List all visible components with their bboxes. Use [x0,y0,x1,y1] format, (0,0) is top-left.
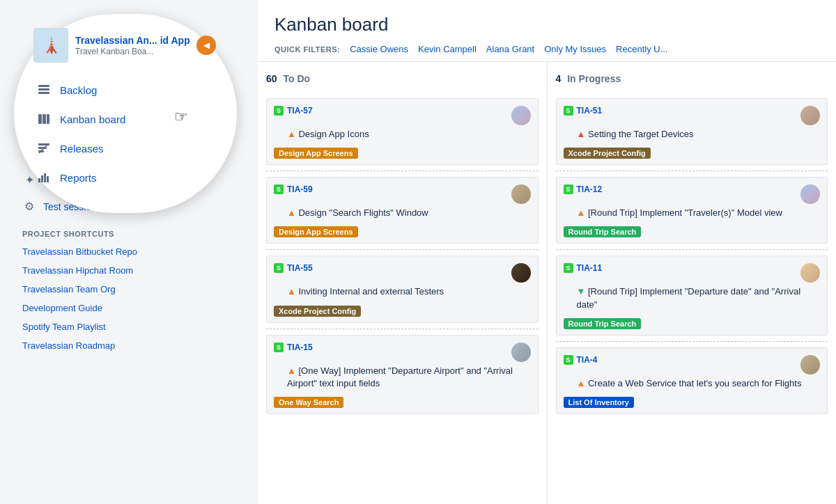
card-header: S TIA-11 [564,263,821,283]
reports-icon [36,170,52,185]
filter-kevin[interactable]: Kevin Campell [418,44,477,54]
issue-avatar [511,184,531,204]
issue-type-icon: S [274,106,284,116]
issue-title: ▲ Design App Icons [287,128,531,141]
issue-card-tia59[interactable]: S TIA-59 ▲ Design "Search Flights" Windo… [266,177,539,244]
issue-avatar [800,184,820,204]
priority-icon: ▲ [577,378,588,388]
issue-avatar [800,106,820,125]
issue-title: ▲ Setting the Target Devices [577,128,821,141]
issue-type-icon: S [564,106,573,116]
kanban-icon [36,111,52,127]
issue-type-icon: S [274,342,284,352]
issue-id-row: S TIA-51 [564,106,603,116]
svg-rect-10 [38,178,40,182]
project-subtitle: Travel Kanban Boa... [75,47,193,56]
issue-label: Xcode Project Config [564,148,651,159]
filter-cassie[interactable]: Cassie Owens [350,44,408,54]
issue-title: ▼ [Round Trip] Implement "Departure date… [577,285,821,310]
card-header: S TIA-57 [274,106,531,125]
nav-label-kanban: Kanban board [60,113,125,125]
board-columns: 60 To Do S TIA-57 ▲ Design App Icons Des… [258,62,836,504]
sidebar: 🗼 Travelassian An... id App Travel Kanba… [0,0,258,504]
issue-id: TIA-59 [287,184,313,194]
issue-id: TIA-11 [577,263,603,273]
priority-icon: ▲ [287,365,298,376]
issue-id: TIA-55 [287,263,313,273]
issue-type-icon: S [564,184,573,194]
issue-avatar [800,355,820,375]
issue-card-tia57[interactable]: S TIA-57 ▲ Design App Icons Design App S… [266,98,539,165]
issue-card-tia15[interactable]: S TIA-15 ▲ [One Way] Implement "Departur… [266,335,539,414]
shortcut-bitbucket[interactable]: Travelassian Bitbucket Repo [14,242,244,261]
nav-label-releases: Releases [60,143,104,155]
nav-item-backlog[interactable]: Backlog [28,75,216,104]
releases-icon [36,141,52,156]
issue-label: Xcode Project Config [274,306,361,317]
issue-card-tia12[interactable]: S TIA-12 ▲ [Round Trip] Implement "Trave… [556,177,828,244]
issue-title: ▲ Create a Web Service that let's you se… [577,377,821,390]
issue-id-row: S TIA-11 [564,263,603,273]
backlog-icon [36,82,52,97]
issue-title: ▲ Design "Search Flights" Window [287,207,531,219]
quick-filters-label: QUICK FILTERS: [274,45,340,54]
project-logo: 🗼 [33,28,68,63]
svg-rect-5 [47,114,49,124]
quick-filters: QUICK FILTERS: Cassie Owens Kevin Campel… [274,44,819,54]
issue-type-icon: S [564,355,573,365]
issue-label: Round Trip Search [564,226,642,237]
shortcut-spotify[interactable]: Spotify Team Playlist [14,317,244,336]
board-header: Kanban board QUICK FILTERS: Cassie Owens… [258,0,836,62]
shortcut-hipchat[interactable]: Travelassian Hipchat Room [14,261,244,280]
issue-type-icon: S [564,263,573,273]
priority-icon: ▼ [577,286,588,297]
issue-title: ▲ Inviting Internal and external Testers [287,285,531,298]
issue-id: TIA-12 [577,184,603,194]
column-inprogress: 4 In Progress S TIA-51 ▲ Setting the Tar… [548,62,837,504]
issue-card-tia55[interactable]: S TIA-55 ▲ Inviting Internal and externa… [266,255,539,322]
issue-card-tia51[interactable]: S TIA-51 ▲ Setting the Target Devices Xc… [556,98,828,165]
issue-card-tia11[interactable]: S TIA-11 ▼ [Round Trip] Implement "Depar… [556,255,828,335]
priority-icon: ▲ [287,286,298,297]
shortcut-dev-guide[interactable]: Development Guide [14,299,244,317]
issue-id-row: S TIA-55 [274,263,313,273]
issue-avatar [511,342,531,362]
project-name: Travelassian An... id App [75,34,193,47]
svg-rect-3 [38,114,42,124]
svg-rect-11 [41,175,43,182]
filter-only-my-issues[interactable]: Only My Issues [544,44,606,54]
issue-title: ▲ [One Way] Implement "Departure Airport… [287,365,531,390]
issue-label: Design App Screens [274,226,358,237]
svg-rect-0 [38,85,49,87]
shortcut-roadmap[interactable]: Travelassian Roadmap [14,336,244,355]
issue-id: TIA-15 [287,342,313,352]
dropdown-nav: Backlog Kanban board [28,75,216,192]
issue-id: TIA-4 [577,355,598,365]
nav-item-kanban[interactable]: Kanban board [28,104,216,134]
filter-alana[interactable]: Alana Grant [486,44,534,54]
priority-icon: ▲ [577,129,588,139]
card-header: S TIA-55 [274,263,531,283]
issue-avatar [511,106,531,125]
issue-card-tia4[interactable]: S TIA-4 ▲ Create a Web Service that let'… [556,347,828,414]
column-inprogress-header: 4 In Progress [556,73,828,90]
issue-label: Design App Screens [274,148,358,159]
issue-id-row: S TIA-57 [274,106,313,116]
shortcut-team-org[interactable]: Travelassian Team Org [14,280,244,299]
issue-id-row: S TIA-12 [564,184,603,194]
column-inprogress-label: In Progress [567,73,621,84]
shortcuts-section-title: PROJECT SHORTCUTS [14,220,244,242]
issue-type-icon: S [274,184,284,194]
svg-rect-2 [38,92,49,94]
issue-avatar [511,263,531,283]
project-dropdown: 🗼 Travelassian An... id App Travel Kanba… [14,14,237,213]
card-header: S TIA-4 [564,355,821,375]
nav-item-reports[interactable]: Reports [28,163,216,192]
nav-item-releases[interactable]: Releases [28,134,216,163]
filter-recently[interactable]: Recently U... [616,44,667,54]
priority-icon: ▲ [287,129,298,139]
svg-rect-12 [44,173,46,182]
nav-toggle-button[interactable]: ◀ [196,36,216,55]
card-header: S TIA-12 [564,184,821,204]
column-todo-label: To Do [283,73,310,84]
